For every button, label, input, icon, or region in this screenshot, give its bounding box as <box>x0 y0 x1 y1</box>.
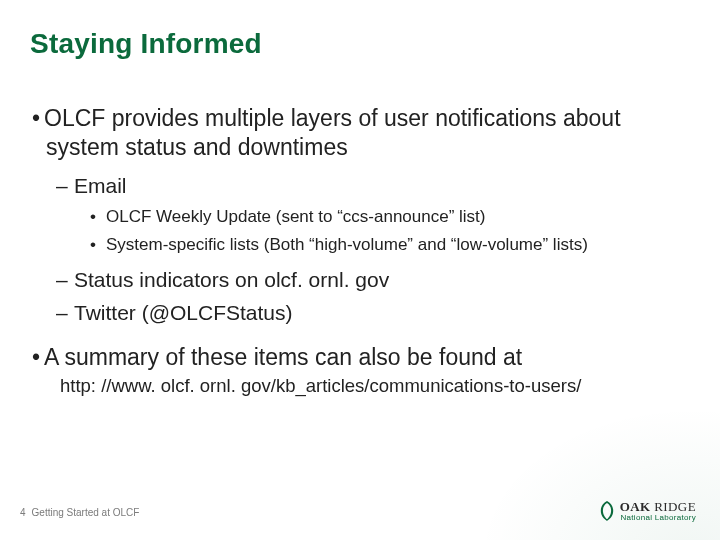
footer: 4Getting Started at OLCF <box>20 507 139 518</box>
bullet-lvl2: –Twitter (@OLCFStatus) <box>30 299 690 326</box>
bullet-lvl1: •A summary of these items can also be fo… <box>30 343 690 372</box>
logo-word-oak: OAK <box>620 499 651 514</box>
oak-leaf-icon <box>598 500 616 522</box>
logo-text: OAK RIDGE National Laboratory <box>620 500 696 522</box>
bullet-text: System-specific lists (Both “high-volume… <box>106 235 588 254</box>
oak-ridge-logo: OAK RIDGE National Laboratory <box>598 500 696 522</box>
bullet-text: A summary of these items can also be fou… <box>44 344 522 370</box>
bullet-icon: • <box>90 233 106 258</box>
bullet-lvl3: •System-specific lists (Both “high-volum… <box>30 233 690 258</box>
slide-title: Staying Informed <box>30 28 690 60</box>
bullet-text: OLCF Weekly Update (sent to “ccs-announc… <box>106 207 486 226</box>
footer-label: Getting Started at OLCF <box>32 507 140 518</box>
bullet-icon: • <box>32 104 44 133</box>
dash-icon: – <box>56 299 74 326</box>
logo-word-ridge: RIDGE <box>654 499 696 514</box>
slide-content: •OLCF provides multiple layers of user n… <box>30 104 690 397</box>
bullet-icon: • <box>90 205 106 230</box>
bullet-lvl2: –Email <box>30 172 690 199</box>
slide: Staying Informed •OLCF provides multiple… <box>0 0 720 540</box>
dash-icon: – <box>56 172 74 199</box>
url-text: http: //www. olcf. ornl. gov/kb_articles… <box>30 375 690 397</box>
bullet-icon: • <box>32 343 44 372</box>
page-number: 4 <box>20 507 26 518</box>
bullet-lvl3: •OLCF Weekly Update (sent to “ccs-announ… <box>30 205 690 230</box>
dash-icon: – <box>56 266 74 293</box>
bullet-lvl1: •OLCF provides multiple layers of user n… <box>30 104 690 162</box>
bullet-text: Email <box>74 174 127 197</box>
bullet-lvl3-group: •OLCF Weekly Update (sent to “ccs-announ… <box>30 205 690 258</box>
bullet-text: OLCF provides multiple layers of user no… <box>44 105 621 160</box>
bullet-text: Twitter (@OLCFStatus) <box>74 301 293 324</box>
bullet-lvl2: –Status indicators on olcf. ornl. gov <box>30 266 690 293</box>
bullet-text: Status indicators on olcf. ornl. gov <box>74 268 389 291</box>
logo-subtitle: National Laboratory <box>620 514 696 522</box>
